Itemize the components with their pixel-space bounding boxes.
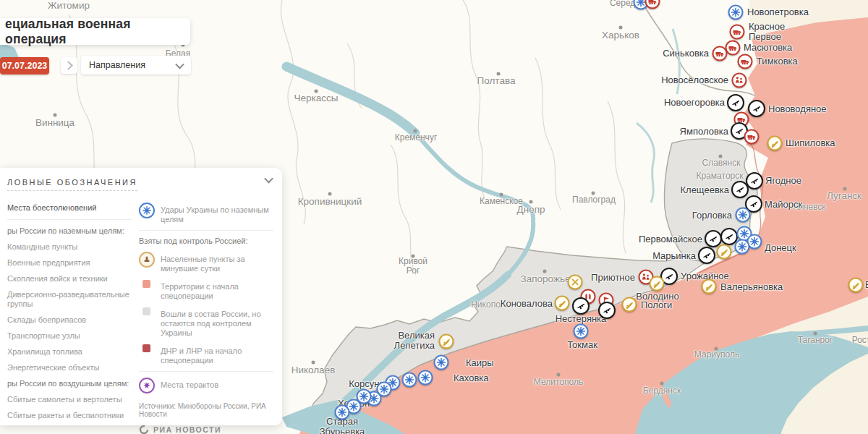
map-point-label: Валерьяновка xyxy=(720,282,783,292)
legend-item-label: Территории с начала спецоперации xyxy=(161,279,273,301)
map-point-label: Майорск xyxy=(765,200,802,210)
downed-rocket-icon xyxy=(770,138,780,149)
troops-icon xyxy=(740,56,751,67)
legend-item: Диверсионно-разведывательные группы xyxy=(7,290,132,309)
map-point-label: Шипиловка xyxy=(786,138,835,148)
date-badge[interactable]: 07.07.2023 xyxy=(0,57,49,75)
clash-marker[interactable] xyxy=(748,100,765,117)
clash-icon xyxy=(664,271,675,282)
downed-rocket-icon xyxy=(719,247,730,258)
troops-icon xyxy=(647,0,658,7)
legend-item: Сбитые ракеты и беспилотники xyxy=(7,411,132,420)
strike-ua-icon xyxy=(404,375,415,386)
legend-item: Населенные пункты за минувшие сутки xyxy=(139,252,273,273)
troops-marker[interactable] xyxy=(730,25,745,40)
strike-ua-icon xyxy=(379,384,390,395)
city-dot xyxy=(328,192,332,196)
troops-marker[interactable] xyxy=(744,129,760,145)
city-dot xyxy=(660,382,664,386)
legend-item: Вошли в состав России, но остаются под к… xyxy=(139,307,273,338)
strike-ua-marker[interactable] xyxy=(335,405,350,420)
troops-marker[interactable] xyxy=(645,0,660,9)
map-point-label: Новоегоровка xyxy=(664,98,725,108)
city-label: Черкассы xyxy=(294,93,339,104)
legend-panel: ЛОВНЫЕ ОБОЗНАЧЕНИЯ Места боестолкновений… xyxy=(0,168,282,425)
clash-icon xyxy=(724,231,735,242)
clash-icon xyxy=(602,305,613,316)
downed-rocket-marker[interactable] xyxy=(439,334,454,349)
city-label: Харьков xyxy=(602,30,639,41)
terror-icon xyxy=(139,378,155,393)
city-dot xyxy=(500,193,503,197)
legend-item: Транспортные узлы xyxy=(7,331,132,341)
legend-left-column: Места боестолкновенийры России по наземн… xyxy=(7,197,132,434)
date-badge-label: 07.07.2023 xyxy=(2,61,48,71)
clash-icon xyxy=(752,103,762,114)
downed-rocket-marker[interactable] xyxy=(650,276,665,292)
strike-ua-marker[interactable] xyxy=(418,370,433,386)
downed-rocket-icon xyxy=(851,280,861,291)
legend-divider xyxy=(139,230,273,231)
map-point-label: Каховка xyxy=(454,373,489,383)
downed-rocket-marker[interactable] xyxy=(555,296,570,311)
strike-ua-marker[interactable] xyxy=(574,324,589,339)
downed-rocket-marker[interactable] xyxy=(767,136,783,151)
strike-ua-marker[interactable] xyxy=(728,5,744,20)
clash-marker[interactable] xyxy=(727,94,744,111)
city-label: Кропивницкий xyxy=(298,197,362,208)
city-label: Бердянск xyxy=(643,386,681,396)
map-point-label: Коновалова xyxy=(501,299,553,309)
city-dot xyxy=(592,192,595,195)
strike-ua-icon xyxy=(139,203,155,218)
city-dot xyxy=(843,187,847,191)
city-dot xyxy=(543,270,547,273)
city-dot xyxy=(715,347,718,351)
legend-collapse-icon[interactable] xyxy=(264,174,273,184)
city-label: Ростов xyxy=(852,336,868,345)
troops-marker[interactable] xyxy=(738,54,753,69)
city-label: Кременчуг xyxy=(395,133,438,142)
captured-town-icon xyxy=(139,252,155,268)
clash-icon xyxy=(702,250,712,261)
city-label: Луганск xyxy=(827,191,861,202)
downed-rocket-marker[interactable] xyxy=(717,244,732,260)
troops-marker[interactable] xyxy=(726,41,741,56)
legend-item-label: ДНР и ЛНР на начало спецоперации xyxy=(161,344,273,365)
strike-ua-icon xyxy=(738,210,749,221)
legend-item: ры России по воздушным целям: xyxy=(7,379,132,388)
clash-marker[interactable] xyxy=(698,247,715,264)
strike-ua-marker[interactable] xyxy=(736,208,751,223)
legend-item: Территории с начала спецоперации xyxy=(139,279,273,301)
downed-rocket-marker[interactable] xyxy=(622,297,637,312)
city-label: Мелитополь xyxy=(534,378,583,387)
territory-swatch xyxy=(142,280,150,288)
clash-marker[interactable] xyxy=(572,297,590,315)
strike-ua-marker[interactable] xyxy=(735,239,750,255)
map-point-label: Горловка xyxy=(692,210,732,221)
downed-rocket-marker[interactable] xyxy=(702,279,717,294)
downed-rocket-marker[interactable] xyxy=(848,278,864,293)
legend-item-label: Вошли в состав России, но остаются под к… xyxy=(161,307,273,338)
sabotage-icon xyxy=(734,75,745,86)
downed-aircraft-marker[interactable] xyxy=(568,275,583,290)
map-point-label: Масютовка xyxy=(744,43,792,53)
troops-icon xyxy=(746,132,757,142)
legend-item: Командные пункты xyxy=(7,242,132,252)
strike-ua-marker[interactable] xyxy=(434,355,449,370)
legend-item: Сбитые самолеты и вертолеты xyxy=(7,395,132,404)
downed-rocket-icon xyxy=(624,299,635,310)
troops-marker[interactable] xyxy=(712,46,728,61)
map-point-label: Нововодяное xyxy=(768,104,827,114)
strike-ua-icon xyxy=(436,357,447,368)
clash-marker[interactable] xyxy=(598,302,616,319)
clash-marker[interactable] xyxy=(731,181,749,198)
date-next-button[interactable] xyxy=(61,57,77,74)
downed-rocket-icon xyxy=(441,336,452,347)
strike-ua-icon xyxy=(349,401,359,412)
troops-icon xyxy=(728,43,739,54)
strike-ua-marker[interactable] xyxy=(402,373,417,388)
chevron-right-icon xyxy=(64,61,73,70)
map-app: ЖитомирСередаБелаяХарьковПолтаваЧеркассы… xyxy=(0,0,868,434)
directions-dropdown[interactable]: Направления xyxy=(81,56,191,75)
sabotage-marker[interactable] xyxy=(732,73,747,88)
